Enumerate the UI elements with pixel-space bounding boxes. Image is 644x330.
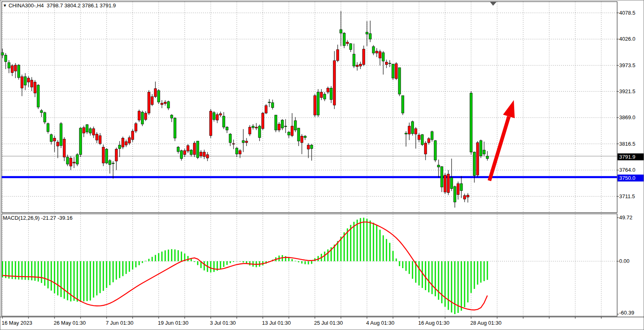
candle-body	[151, 96, 153, 105]
candle-body	[310, 145, 313, 149]
candle-body	[473, 152, 476, 176]
candle-body	[395, 63, 397, 79]
time-axis-label: 28 Aug 01:30	[470, 320, 502, 326]
symbol-dropdown-icon: ▼	[3, 3, 7, 8]
candle-body	[268, 102, 271, 103]
candle-body	[226, 127, 228, 130]
candle-body	[177, 147, 179, 151]
candle-body	[31, 80, 33, 87]
bid-price-tag: 3791.9	[618, 153, 644, 160]
candle-body	[200, 152, 202, 156]
candle-body	[281, 120, 284, 128]
candle-body	[320, 92, 323, 98]
price-axis-label: 4078.5	[619, 10, 635, 16]
candle-body	[154, 89, 157, 97]
candle-body	[307, 145, 310, 149]
candle-body	[402, 96, 404, 113]
candle-body	[340, 30, 342, 33]
candle-body	[418, 135, 420, 140]
candle-body	[180, 151, 183, 159]
ohlc-quotes: 3798.7 3804.2 3786.1 3791.9	[47, 2, 116, 9]
price-axis-label: 3973.5	[619, 62, 635, 68]
price-axis-label: 3711.5	[619, 193, 635, 199]
price-axis-label: 3921.5	[619, 88, 635, 94]
candle-body	[278, 124, 280, 130]
candle-body	[102, 147, 105, 163]
candle-body	[343, 33, 345, 46]
candle-body	[79, 128, 82, 155]
candle-body	[21, 76, 23, 88]
candle-body	[229, 134, 231, 143]
candle-body	[44, 113, 46, 122]
chart-title: ▼CHINA300-,H4 3798.7 3804.2 3786.1 3791.…	[3, 2, 116, 9]
candle-body	[389, 63, 391, 63]
candle-body	[148, 92, 150, 113]
candle-body	[249, 127, 251, 134]
candle-body	[441, 166, 443, 187]
candle-body	[86, 125, 88, 132]
hline-price-tag: 3750.0	[618, 175, 644, 181]
candle-body	[164, 102, 166, 104]
price-axis-label: 4026.0	[619, 36, 635, 42]
candle-body	[454, 187, 456, 202]
candle-body	[109, 161, 111, 165]
candle-body	[304, 136, 306, 138]
candle-body	[125, 142, 127, 145]
candle-body	[187, 146, 189, 151]
candle-body	[223, 116, 225, 127]
candle-body	[115, 149, 118, 161]
candle-body	[76, 155, 79, 164]
candle-body	[346, 42, 349, 44]
candle-body	[57, 142, 59, 146]
candle-body	[8, 63, 10, 68]
candle-body	[193, 143, 196, 155]
candle-body	[382, 52, 384, 61]
time-axis-label: 19 Jun 01:30	[158, 320, 188, 326]
candle-body	[4, 55, 7, 61]
candle-body	[434, 141, 437, 160]
candle-body	[239, 151, 241, 154]
candle-body	[356, 65, 358, 67]
candle-body	[447, 174, 450, 192]
candle-body	[450, 177, 453, 188]
candle-body	[366, 32, 368, 34]
candle-body	[210, 111, 212, 135]
candle-body	[92, 129, 95, 135]
candle-body	[349, 44, 352, 50]
candle-body	[47, 124, 49, 132]
candle-body	[359, 64, 362, 66]
candle-body	[437, 165, 440, 167]
candle-body	[424, 143, 427, 154]
candle-body	[60, 124, 62, 146]
candle-body	[405, 133, 407, 134]
candle-body	[170, 115, 173, 118]
candle-body	[330, 88, 332, 100]
trading-chart-window: ▼CHINA300-,H4 3798.7 3804.2 3786.1 3791.…	[0, 0, 644, 330]
candle-body	[288, 132, 290, 135]
candle-body	[105, 149, 108, 163]
candle-body	[379, 52, 381, 58]
candle-body	[144, 113, 147, 120]
time-axis-label: 4 Aug 01:30	[366, 320, 394, 326]
candle-body	[219, 114, 222, 115]
time-axis-label: 16 Aug 01:30	[418, 320, 450, 326]
price-axis-label: 3816.5	[619, 141, 635, 147]
candle-body	[122, 138, 124, 147]
candle-body	[63, 139, 65, 157]
candle-body	[372, 47, 375, 53]
price-axis-label: 3764.0	[619, 167, 635, 173]
candle-body	[37, 85, 39, 107]
candle-body	[203, 152, 205, 157]
candle-body	[408, 126, 410, 134]
candle-body	[245, 141, 248, 143]
candle-body	[167, 102, 170, 108]
candle-body	[24, 76, 26, 85]
candle-body	[255, 127, 258, 128]
candle-body	[480, 141, 482, 156]
candle-body	[236, 148, 238, 154]
chart-canvas[interactable]	[0, 0, 644, 330]
candle-body	[40, 111, 43, 113]
macd-indicator-label: MACD(12,26,9) -21.27 -39.16	[3, 215, 72, 221]
candle-body	[375, 51, 378, 53]
candle-body	[486, 156, 489, 159]
